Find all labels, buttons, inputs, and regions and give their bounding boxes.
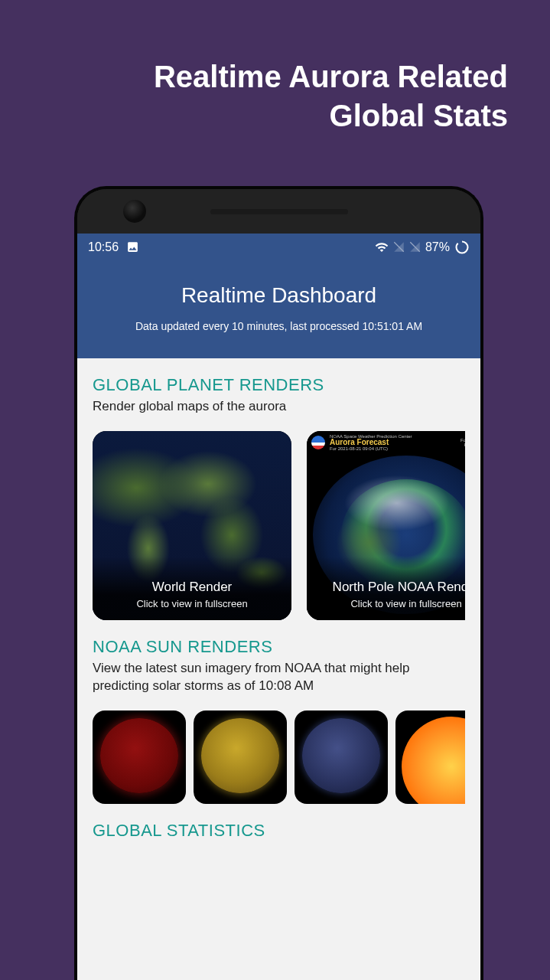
header-subtitle: Data updated every 10 minutes, last proc… bbox=[86, 320, 471, 332]
status-time: 10:56 bbox=[88, 240, 119, 254]
battery-percent: 87% bbox=[425, 240, 450, 254]
section-global-statistics: GLOBAL STATISTICS bbox=[77, 804, 480, 841]
promo-line-2: Global Stats bbox=[330, 99, 508, 132]
sim-off-icon-2 bbox=[409, 241, 421, 253]
card-title: North Pole NOAA Render bbox=[313, 580, 465, 595]
sun-blue-image bbox=[302, 718, 380, 793]
sun-red-image bbox=[100, 718, 178, 793]
image-icon bbox=[126, 240, 139, 253]
section-sun-renders: NOAA SUN RENDERS View the latest sun ima… bbox=[77, 620, 480, 804]
card-title: World Render bbox=[99, 580, 285, 595]
aurora-product-label: Aurora Forecast bbox=[330, 439, 412, 446]
app-header: Realtime Dashboard Data updated every 10… bbox=[77, 260, 480, 358]
speaker-grill bbox=[210, 209, 348, 214]
promo-title: Realtime Aurora Related Global Stats bbox=[0, 0, 550, 136]
phone-bezel bbox=[77, 189, 480, 234]
sun-render-card[interactable] bbox=[395, 710, 465, 804]
noaa-logo-icon bbox=[311, 436, 325, 449]
sun-render-card[interactable] bbox=[93, 710, 186, 804]
section-title: GLOBAL STATISTICS bbox=[93, 821, 465, 841]
sun-card-row[interactable] bbox=[93, 710, 465, 804]
camera-icon bbox=[123, 200, 146, 223]
north-pole-render-card[interactable]: NOAA Space Weather Prediction Center Aur… bbox=[307, 431, 465, 620]
sun-render-card[interactable] bbox=[194, 710, 287, 804]
wifi-icon bbox=[375, 240, 389, 254]
sun-render-card[interactable] bbox=[295, 710, 388, 804]
status-bar: 10:56 87% bbox=[77, 234, 480, 260]
card-subtitle: Click to view in fullscreen bbox=[313, 598, 465, 609]
sun-orange-image bbox=[402, 717, 465, 804]
svg-point-0 bbox=[457, 241, 468, 253]
aurora-hpi-label: HPI: 12.1 GW (Ra bbox=[461, 443, 465, 447]
page-title: Realtime Dashboard bbox=[86, 283, 471, 308]
section-planet-renders: GLOBAL PLANET RENDERS Render global maps… bbox=[77, 358, 480, 620]
section-description: Render global maps of the aurora bbox=[93, 398, 465, 416]
battery-ring-icon bbox=[454, 240, 470, 255]
aurora-timestamp: For 2021-08-21 09:04 (UTC) bbox=[330, 446, 412, 451]
sun-yellow-image bbox=[201, 718, 279, 793]
world-render-card[interactable]: World Render Click to view in fullscreen bbox=[93, 431, 291, 620]
content-area: GLOBAL PLANET RENDERS Render global maps… bbox=[77, 358, 480, 841]
section-title: NOAA SUN RENDERS bbox=[93, 637, 465, 657]
card-subtitle: Click to view in fullscreen bbox=[99, 598, 285, 609]
section-description: View the latest sun imagery from NOAA th… bbox=[93, 660, 465, 695]
section-title: GLOBAL PLANET RENDERS bbox=[93, 375, 465, 395]
promo-line-1: Realtime Aurora Related bbox=[154, 60, 508, 93]
card-overlay: North Pole NOAA Render Click to view in … bbox=[307, 557, 465, 620]
phone-screen: 10:56 87% Realtime Dashboard Data update… bbox=[77, 234, 480, 980]
phone-frame: 10:56 87% Realtime Dashboard Data update… bbox=[74, 186, 483, 980]
planet-card-row[interactable]: World Render Click to view in fullscreen… bbox=[93, 431, 465, 620]
card-overlay: World Render Click to view in fullscreen bbox=[93, 557, 291, 620]
aurora-card-header: NOAA Space Weather Prediction Center Aur… bbox=[307, 431, 465, 454]
sim-off-icon bbox=[393, 241, 405, 253]
